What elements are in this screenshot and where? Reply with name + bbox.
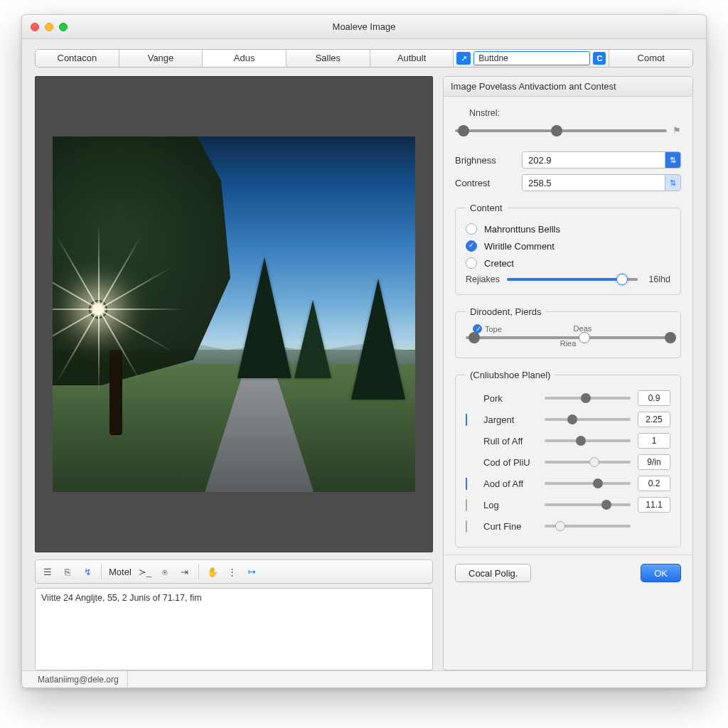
tab-adus[interactable]: Adus — [203, 50, 287, 67]
status-user[interactable]: Matlaniimg@dele.org — [29, 671, 128, 687]
radio-icon[interactable] — [466, 223, 477, 235]
content-opt3-label: Cretect — [484, 258, 514, 269]
redo-icon[interactable]: ↦ — [246, 565, 259, 578]
nnstrel-track[interactable] — [455, 129, 667, 132]
brightness-label: Brighness — [455, 155, 515, 166]
param-slider[interactable] — [545, 461, 631, 464]
tab-autbult[interactable]: Autbult — [370, 50, 454, 67]
window-title: Moaleve Image — [22, 21, 706, 32]
mode-label: Motel — [109, 567, 132, 577]
diroodent-track[interactable] — [466, 336, 670, 339]
terminal-icon[interactable]: ≻_ — [139, 565, 151, 578]
shield-icon[interactable]: ⍟ — [159, 565, 171, 578]
param-checkbox[interactable] — [466, 478, 467, 490]
param-row: Cod of PliU9/in — [466, 451, 670, 473]
rejakes-slider[interactable]: Rejiakes 16lhd — [466, 274, 670, 284]
param-value[interactable]: 11.1 — [638, 497, 670, 513]
param-thumb[interactable] — [593, 478, 603, 488]
param-label: Cod of PliU — [483, 457, 537, 468]
param-thumb[interactable] — [589, 457, 599, 467]
param-slider[interactable] — [545, 439, 631, 442]
tab-comot[interactable]: Comot — [609, 50, 692, 67]
nnstrel-thumb-right[interactable] — [551, 125, 562, 136]
tab-search[interactable]: ↗ C — [454, 50, 609, 67]
step-icon[interactable]: ⇥ — [178, 565, 191, 578]
param-value[interactable]: 9/in — [638, 454, 670, 470]
param-row: Rull of Aff1 — [466, 430, 670, 451]
nnstrel-slider[interactable]: Nnstrel: — [455, 108, 681, 118]
param-slider[interactable] — [545, 525, 631, 528]
rejakes-track[interactable] — [507, 278, 638, 281]
nnstrel-thumb-left[interactable] — [458, 125, 469, 136]
param-label: Rull of Aff — [483, 436, 537, 446]
image-preview[interactable] — [35, 76, 433, 552]
log-output[interactable]: Viitte 24 Angljte, 55, 2 Junis of 71.17,… — [35, 588, 433, 670]
rejakes-thumb[interactable] — [616, 274, 628, 285]
nnstrel-label: Nnstrel: — [469, 108, 500, 118]
param-thumb[interactable] — [601, 500, 611, 510]
content-legend: Content — [466, 203, 507, 213]
right-column: Image Povelass Antivactiom ant Contest N… — [443, 75, 693, 670]
panel-title: Image Povelass Antivactiom ant Contest — [444, 77, 692, 97]
rejakes-label: Rejiakes — [466, 274, 500, 284]
param-checkbox[interactable] — [466, 414, 467, 426]
search-expand-icon[interactable]: ↗ — [456, 52, 471, 65]
param-label: Aod of Aff — [483, 478, 537, 489]
hand-icon[interactable]: ✋ — [206, 565, 219, 578]
param-thumb[interactable] — [581, 393, 591, 403]
contrast-field[interactable]: ⇅ — [522, 174, 681, 191]
param-value[interactable]: 2.25 — [638, 412, 670, 427]
brightness-input[interactable] — [523, 155, 665, 166]
tab-vange[interactable]: Vange — [119, 50, 203, 67]
param-value[interactable]: 0.2 — [638, 476, 670, 491]
param-slider[interactable] — [545, 397, 631, 400]
search-cap-icon[interactable]: C — [593, 52, 606, 65]
log-line: Viitte 24 Angljte, 55, 2 Junis of 71.17,… — [41, 593, 202, 603]
param-thumb[interactable] — [555, 521, 565, 531]
diroodent-legend: Diroodent, Pierds — [466, 306, 545, 317]
dots-icon[interactable]: ⋮ — [226, 565, 239, 578]
settings-panel: Image Povelass Antivactiom ant Contest N… — [443, 76, 693, 670]
preview-photo — [53, 136, 415, 492]
cocal-polig-button[interactable]: Cocal Polig. — [455, 564, 531, 582]
panel-footer: Cocal Polig. OK — [444, 555, 692, 591]
diroodent-thumb-mid[interactable] — [579, 332, 590, 343]
brightness-field[interactable]: ⇅ — [522, 151, 681, 168]
param-slider[interactable] — [545, 482, 631, 485]
content-opt1[interactable]: Mahronttuns Bellls — [466, 220, 670, 237]
toolbar-divider-2 — [198, 564, 199, 579]
content-opt3[interactable]: Cretect — [466, 255, 670, 272]
tab-bar: Contacon Vange Adus Salles Autbult ↗ C C… — [35, 49, 693, 68]
toolbar-divider — [101, 564, 102, 579]
diroodent-slider[interactable] — [466, 336, 670, 339]
radio-icon[interactable] — [466, 257, 477, 269]
param-thumb[interactable] — [576, 436, 586, 446]
search-input[interactable] — [473, 51, 590, 65]
radio-icon[interactable] — [466, 240, 477, 252]
param-value[interactable]: 1 — [638, 433, 670, 449]
contrast-input[interactable] — [523, 178, 665, 188]
content-opt2[interactable]: Wiritlle Comment — [466, 237, 670, 255]
param-row: Log11.1 — [466, 494, 670, 515]
param-row: Curt Fine — [466, 515, 670, 537]
param-slider[interactable] — [545, 503, 631, 506]
diroodent-group: Diroodent, Pierds Tope Deas — [455, 306, 681, 358]
ok-button[interactable]: OK — [641, 564, 681, 582]
param-value[interactable]: 0.9 — [638, 390, 670, 406]
list-icon[interactable]: ☰ — [41, 565, 54, 578]
param-slider[interactable] — [545, 418, 631, 421]
flag-icon[interactable]: ⚑ — [673, 125, 681, 136]
content-opt1-label: Mahronttuns Bellls — [484, 224, 560, 235]
diroodent-thumb-right[interactable] — [665, 332, 676, 343]
contrast-stepper[interactable]: ⇅ — [665, 175, 680, 191]
diroodent-thumb-left[interactable] — [469, 332, 480, 343]
param-checkbox[interactable] — [466, 520, 467, 532]
tab-salles[interactable]: Salles — [287, 50, 370, 67]
clipboard-icon[interactable]: ⎘ — [61, 565, 74, 578]
brightness-stepper[interactable]: ⇅ — [665, 152, 680, 168]
riea-label: Riea — [560, 339, 577, 348]
param-thumb[interactable] — [567, 414, 577, 424]
tab-contacon[interactable]: Contacon — [36, 50, 119, 67]
refresh-icon[interactable]: ↯ — [81, 565, 94, 578]
param-checkbox[interactable] — [466, 499, 467, 511]
